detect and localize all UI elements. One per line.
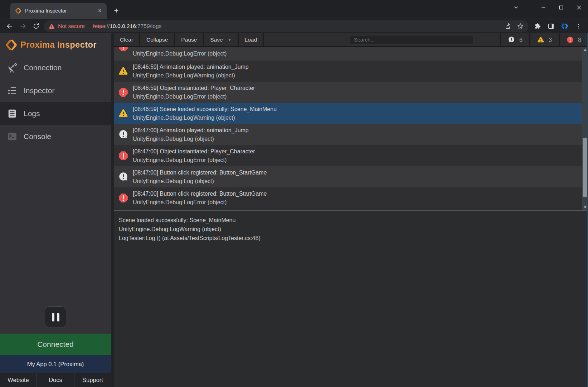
bookmark-star-icon[interactable] [514, 20, 526, 32]
collapse-button[interactable]: Collapse [140, 33, 175, 46]
detail-line: LogTester:Log () (at Assets/TestScripts/… [119, 234, 583, 243]
warning-triangle-icon [537, 36, 544, 43]
log-stacktrace: UnityEngine.Debug:LogError (object) [133, 156, 255, 164]
footer-link-docs[interactable]: Docs [37, 373, 74, 387]
sidebar-item-console[interactable]: Console [0, 125, 111, 148]
proxima-app: Proxima Inspector Connection Inspector L… [0, 33, 588, 387]
browser-menu-icon[interactable] [572, 20, 585, 32]
tab-search-icon[interactable] [507, 0, 525, 15]
clear-button[interactable]: Clear [114, 33, 140, 46]
detail-line: Scene loaded successfully: Scene_MainMen… [119, 216, 583, 225]
extensions-icon[interactable] [531, 20, 544, 32]
info-count-button[interactable]: 6 [500, 33, 529, 46]
tab-title: Proxima Inspector [25, 8, 96, 14]
close-window-button[interactable] [570, 0, 588, 15]
load-button[interactable]: Load [239, 33, 264, 46]
sidebar-item-label: Logs [24, 109, 40, 118]
proxima-extension-icon[interactable] [558, 20, 572, 32]
terminal-icon [7, 131, 18, 142]
info-icon [118, 172, 128, 182]
save-button[interactable]: Save▼ [204, 33, 238, 46]
connection-status-badge: Connected [0, 334, 111, 355]
error-icon [118, 151, 128, 161]
logs-page: Clear Collapse Pause Save▼ Load 6 3 8 [111, 33, 588, 387]
save-dropdown-icon[interactable]: ▼ [228, 38, 232, 42]
warning-count-button[interactable]: 3 [529, 33, 559, 46]
warning-icon [118, 109, 128, 118]
detail-panel: Scene loaded successfully: Scene_MainMen… [114, 211, 588, 387]
pause-icon [52, 313, 54, 321]
back-icon[interactable] [3, 20, 16, 32]
info-icon [118, 130, 128, 139]
share-icon[interactable] [502, 20, 514, 32]
log-message: [08:47:00] Button click registered: Butt… [133, 190, 267, 198]
pause-button[interactable]: Pause [175, 33, 204, 46]
browser-tab[interactable]: Proxima Inspector × [10, 3, 107, 19]
sidebar-footer: WebsiteDocsSupport [0, 373, 111, 387]
omnibox-divider [89, 23, 89, 29]
browser-navbar: Not secure https://10.0.0.216:7759/logs [0, 19, 588, 33]
error-count-button[interactable]: 8 [559, 33, 588, 46]
sidebar: Proxima Inspector Connection Inspector L… [0, 33, 111, 387]
sidebar-spacer [0, 148, 111, 306]
side-panel-icon[interactable] [544, 20, 558, 32]
log-stacktrace: UnityEngine.Debug:LogError (object) [133, 92, 255, 101]
error-circle-icon [567, 36, 574, 43]
log-stacktrace: UnityEngine.Debug:LogError (object) [133, 198, 267, 207]
satellite-dish-icon [7, 62, 18, 73]
proxima-logo-icon [5, 39, 17, 51]
tab-close-icon[interactable]: × [96, 7, 104, 15]
log-row[interactable]: [08:47:00] Animation played: animation_J… [114, 124, 588, 145]
error-icon [118, 193, 128, 203]
log-row[interactable]: [08:47:00] Object instantiated: Player_C… [114, 145, 588, 166]
log-message: [08:47:00] Button click registered: Butt… [133, 168, 267, 177]
info-bubble-icon [508, 36, 515, 43]
sidebar-item-label: Console [24, 132, 51, 141]
log-row[interactable]: [08:47:00] Button click registered: Butt… [114, 166, 588, 187]
footer-link-support[interactable]: Support [74, 373, 111, 387]
maximize-button[interactable] [552, 0, 570, 15]
app-logo: Proxima Inspector [0, 33, 111, 56]
reload-icon[interactable] [29, 20, 43, 32]
sidebar-item-inspector[interactable]: Inspector [0, 79, 111, 102]
log-message: [08:46:59] Scene loaded successfully: Sc… [133, 105, 277, 114]
log-list: UnityEngine.Debug:LogError (object) [08:… [114, 47, 588, 210]
minimize-button[interactable] [534, 0, 552, 15]
log-message: [08:46:59] Animation played: animation_J… [133, 63, 249, 71]
forward-icon[interactable] [16, 20, 29, 32]
log-stacktrace: UnityEngine.Debug:Log (object) [133, 135, 249, 143]
proxima-favicon-icon [15, 8, 21, 14]
error-icon [118, 47, 128, 52]
sidebar-nav: Connection Inspector Logs Console [0, 56, 111, 148]
info-count: 6 [519, 37, 523, 43]
new-tab-button[interactable]: + [111, 5, 122, 16]
not-secure-label[interactable]: Not secure [58, 23, 85, 29]
sidebar-item-logs[interactable]: Logs [0, 102, 111, 125]
log-row[interactable]: [08:46:59] Animation played: animation_J… [114, 61, 588, 82]
log-row[interactable]: [08:47:00] Button click registered: Butt… [114, 187, 588, 209]
log-row[interactable]: [08:46:59] Scene loaded successfully: Sc… [114, 103, 588, 124]
scrollbar-thumb[interactable] [583, 138, 588, 197]
search-input[interactable] [350, 35, 474, 44]
footer-link-website[interactable]: Website [0, 373, 37, 387]
log-row[interactable]: UnityEngine.Debug:LogError (object) [114, 47, 588, 61]
error-icon [118, 87, 128, 97]
app-name-label: My App 0.1 (Proxima) [0, 355, 111, 373]
warning-count: 3 [549, 37, 552, 43]
address-bar[interactable]: Not secure https://10.0.0.216:7759/logs [44, 20, 529, 32]
document-icon [7, 108, 18, 119]
warning-icon [118, 66, 128, 76]
log-stacktrace: UnityEngine.Debug:LogWarning (object) [133, 114, 277, 122]
sidebar-item-connection[interactable]: Connection [0, 56, 111, 79]
log-message: [08:47:00] Animation played: animation_J… [133, 126, 249, 135]
detail-line: UnityEngine.Debug:LogWarning (object) [119, 225, 583, 234]
url-text: https://10.0.0.216:7759/logs [93, 23, 502, 29]
pause-stream-button[interactable] [45, 306, 66, 328]
sidebar-item-label: Connection [24, 63, 62, 72]
not-secure-warning-icon [49, 23, 55, 29]
log-stacktrace: UnityEngine.Debug:Log (object) [133, 177, 267, 186]
app-title: Proxima Inspector [20, 40, 97, 50]
log-row[interactable]: [08:46:59] Object instantiated: Player_C… [114, 82, 588, 103]
logs-toolbar: Clear Collapse Pause Save▼ Load 6 3 8 [114, 33, 588, 47]
log-message: [08:46:59] Object instantiated: Player_C… [133, 84, 255, 92]
